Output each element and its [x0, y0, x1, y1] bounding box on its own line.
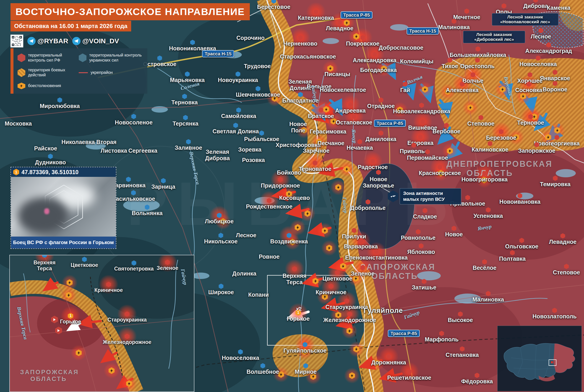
flag-highlight: [44, 208, 49, 214]
town-label: Каменка: [547, 4, 570, 11]
town-label: Остаповское: [336, 119, 372, 126]
town-marker-rf: [419, 103, 424, 108]
town-label: Бойково: [277, 169, 301, 176]
town-marker-rf: [539, 28, 543, 33]
photo-image: [11, 177, 116, 236]
telegram-channel-rybar[interactable]: @RYBAR: [27, 37, 68, 45]
town-label: Новоселовка: [519, 61, 557, 67]
region-label: ЗАПОРОЖСКАЯ ОБЛАСТЬ: [361, 262, 429, 281]
vsu-activity-callout: Зона активности малых групп ВСУ: [388, 188, 461, 204]
clash-marker: [462, 100, 478, 116]
town-marker-ua: [219, 284, 223, 289]
town-label: Левадное: [326, 25, 354, 32]
town-label: Волшебное: [247, 368, 279, 375]
town-marker-rf: [488, 141, 492, 146]
town-label: Степовое: [467, 120, 495, 127]
town-label: Александроград: [525, 48, 572, 54]
photo-caption: Боец ВС РФ с флагом России в Горьком: [11, 236, 116, 248]
town-label: Большемихайловка: [450, 52, 506, 58]
town-marker-rf: [502, 4, 506, 9]
town-marker-rf: [518, 193, 522, 198]
town-label: Тихое: [442, 63, 458, 69]
telegram-icon: [72, 37, 81, 45]
telegram-channel-voin-dv[interactable]: @VOIN_DV: [72, 37, 119, 45]
town-marker-rf: [458, 312, 463, 317]
town-label: Вороное: [543, 86, 567, 92]
town-label: Нечаевка: [347, 144, 373, 151]
town-marker-ua: [157, 56, 162, 61]
town-label: Герасимовка: [310, 128, 346, 135]
town-label: Радостное: [358, 164, 388, 170]
town-marker-rf: [452, 226, 456, 231]
road-badge: Трасса Н-15: [202, 50, 234, 58]
town-label: Васильковское: [112, 196, 155, 202]
legend-label: территориальный контроль сил РФ: [28, 53, 75, 63]
photo-coordinates-bar: 1 47.873369, 36.510310: [11, 167, 116, 177]
town-marker-rf: [465, 195, 470, 200]
town-marker-rf: [533, 0, 538, 3]
map-page: РЫБАРЬ БерестовоеКатериновкаЛевадноеМече…: [0, 0, 584, 392]
town-label: Никольское: [204, 238, 238, 244]
clash-marker: [339, 161, 355, 177]
town-label: Волчье: [462, 78, 483, 84]
ukraine-minimap: [497, 326, 582, 391]
town-marker-rf: [423, 208, 428, 213]
town-label: Гай: [400, 87, 410, 93]
town-label: Косовцево: [279, 195, 310, 201]
town-label: Шевченковское: [236, 92, 280, 98]
unit-icon: [55, 327, 62, 334]
river-label: Янчур: [350, 129, 358, 144]
town-label: Ровное: [259, 254, 280, 260]
town-marker-rf: [416, 229, 421, 234]
road-badge: Трасса Р-85: [388, 330, 420, 337]
town-marker-ua: [233, 123, 238, 128]
town-label: Новоселовка: [222, 354, 259, 361]
town-label: Гуляйпольское: [283, 347, 327, 354]
town-label: Зеленое: [156, 265, 178, 271]
legend-item-fortified-area: укрепрайон: [79, 68, 143, 78]
town-marker-ua: [186, 139, 191, 144]
town-label: Левадное: [549, 238, 577, 245]
town-label: Диброва: [523, 3, 548, 9]
town-marker-rf: [475, 58, 480, 63]
fortified-line-icon: [79, 72, 88, 73]
town-label: Весёлое: [473, 264, 496, 271]
town-marker-rf: [379, 130, 384, 136]
town-marker-rf: [553, 176, 558, 181]
town-label: Новоскелеватое: [320, 86, 366, 93]
legend-label: боестолкновения: [28, 84, 61, 88]
town-label: Рождественское: [246, 203, 293, 210]
callout-text: Зона активности малых групп ВСУ: [400, 188, 461, 204]
town-marker-ua: [48, 154, 53, 159]
road-badge: Трасса Н-15: [407, 27, 439, 35]
town-label: Вольнянка: [132, 210, 162, 216]
legend-label: территориальный контроль украинских сил: [89, 53, 143, 63]
town-marker-rf: [358, 139, 362, 144]
channel-handle: @VOIN_DV: [82, 37, 119, 45]
town-label: Сладкое: [413, 213, 437, 220]
town-label: Розовка: [242, 157, 265, 163]
town-label: Зеленая Диброва: [203, 148, 232, 161]
numbered-marker: 1: [13, 169, 19, 176]
town-label: Железнодорожное: [323, 317, 376, 323]
town-label: Старокасьяновское: [280, 53, 336, 60]
town-marker-ua: [304, 363, 308, 368]
town-marker-rf: [553, 70, 557, 75]
legend-label: укрепрайон: [91, 70, 113, 75]
town-label: Приволье: [400, 148, 428, 154]
town-label: Полтавка: [499, 256, 526, 262]
town-marker-ua: [82, 257, 87, 262]
town-label: Алексеевка: [446, 87, 478, 93]
town-label: Верхняя Терса: [31, 260, 58, 272]
town-label: Успеновка: [473, 213, 503, 219]
town-label: Берестовое: [257, 4, 290, 10]
town-marker-ua: [131, 114, 136, 119]
town-label: Малиновка: [472, 296, 504, 303]
clash-marker: [344, 368, 360, 384]
legend-item-rf-control: территориальный контроль сил РФ: [18, 53, 75, 63]
clash-marker: [417, 81, 433, 97]
region-label: ЗАПОРОЖСКАЯ ОБЛАСТЬ: [20, 369, 77, 382]
town-label: Еленоконстантиновка: [345, 254, 408, 261]
town-label: Сосновка: [515, 87, 542, 93]
river-label: Верхняя Терса: [188, 151, 201, 185]
